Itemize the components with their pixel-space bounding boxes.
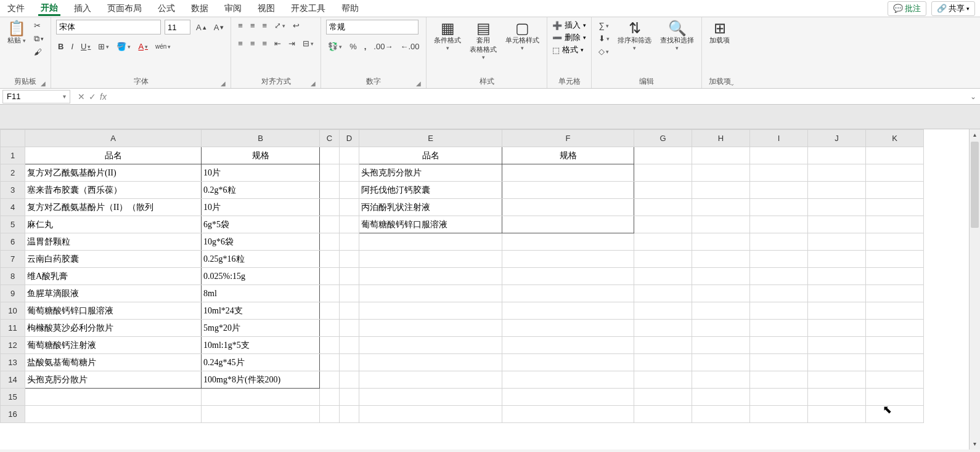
cell-I11[interactable]: [750, 320, 808, 337]
cell-J9[interactable]: [808, 285, 866, 302]
cell-I4[interactable]: [750, 199, 808, 216]
comma-style-button[interactable]: ,: [362, 41, 369, 52]
cell-F15[interactable]: [502, 389, 634, 406]
cell-A10[interactable]: 葡萄糖酸钙锌口服溶液: [25, 302, 202, 320]
cell-J3[interactable]: [808, 182, 866, 199]
cell-C13[interactable]: [320, 354, 340, 371]
bold-button[interactable]: B: [56, 41, 65, 52]
cell-F13[interactable]: [502, 354, 634, 371]
cell-F3[interactable]: [502, 182, 634, 199]
cell-J11[interactable]: [808, 320, 866, 337]
cell-K1[interactable]: [866, 147, 924, 164]
cell-I14[interactable]: [750, 371, 808, 389]
collapse-ribbon-button[interactable]: ⌄: [730, 80, 735, 87]
col-header-J[interactable]: J: [808, 130, 866, 147]
fill-button[interactable]: ⬇: [597, 33, 611, 44]
cell-G10[interactable]: [634, 302, 692, 320]
increase-indent-button[interactable]: ⇥: [287, 38, 297, 49]
row-header-5[interactable]: 5: [1, 216, 25, 233]
cell-H6[interactable]: [692, 233, 750, 251]
row-header-15[interactable]: 15: [1, 389, 25, 406]
cell-J5[interactable]: [808, 216, 866, 233]
cell-I5[interactable]: [750, 216, 808, 233]
scroll-up-button[interactable]: ▴: [970, 129, 980, 140]
accounting-format-button[interactable]: 💱: [326, 41, 344, 52]
cell-G9[interactable]: [634, 285, 692, 302]
cell-J14[interactable]: [808, 371, 866, 389]
cell-H16[interactable]: [692, 406, 750, 423]
merge-cells-button[interactable]: ⊟: [301, 38, 316, 49]
cell-K4[interactable]: [866, 199, 924, 216]
font-dialog-launcher[interactable]: ◢: [221, 80, 226, 87]
cell-E2[interactable]: 头孢克肟分散片: [359, 164, 502, 182]
cell-D13[interactable]: [340, 354, 359, 371]
cell-J8[interactable]: [808, 268, 866, 285]
cell-H15[interactable]: [692, 389, 750, 406]
cell-J6[interactable]: [808, 233, 866, 251]
cell-H2[interactable]: [692, 164, 750, 182]
cell-J2[interactable]: [808, 164, 866, 182]
cell-A14[interactable]: 头孢克肟分散片: [25, 371, 202, 389]
cell-G16[interactable]: [634, 406, 692, 423]
cell-K2[interactable]: [866, 164, 924, 182]
cancel-formula-button[interactable]: ✕: [78, 92, 85, 102]
cell-H13[interactable]: [692, 354, 750, 371]
cell-B12[interactable]: 10ml:1g*5支: [202, 337, 320, 354]
menu-data[interactable]: 数据: [189, 2, 211, 15]
cell-F12[interactable]: [502, 337, 634, 354]
cell-E9[interactable]: [359, 285, 502, 302]
cell-E8[interactable]: [359, 268, 502, 285]
cell-A6[interactable]: 温胃舒颗粒: [25, 233, 202, 251]
cell-B10[interactable]: 10ml*24支: [202, 302, 320, 320]
decrease-font-button[interactable]: A▾: [212, 22, 226, 33]
menu-insert[interactable]: 插入: [71, 2, 94, 15]
cell-G14[interactable]: [634, 371, 692, 389]
decrease-indent-button[interactable]: ⇤: [272, 38, 283, 49]
align-center-button[interactable]: ≡: [248, 38, 257, 49]
cut-button[interactable]: ✂: [32, 20, 46, 31]
row-header-4[interactable]: 4: [1, 199, 25, 216]
cell-E14[interactable]: [359, 371, 502, 389]
cell-H5[interactable]: [692, 216, 750, 233]
scroll-thumb[interactable]: [971, 142, 979, 228]
scroll-down-button[interactable]: ▾: [970, 438, 980, 450]
cell-C12[interactable]: [320, 337, 340, 354]
cell-J12[interactable]: [808, 337, 866, 354]
format-cells-button[interactable]: ⬚格式▾: [552, 44, 586, 55]
cell-K14[interactable]: [866, 371, 924, 389]
col-header-D[interactable]: D: [340, 130, 359, 147]
cell-B9[interactable]: 8ml: [202, 285, 320, 302]
col-header-E[interactable]: E: [359, 130, 502, 147]
cell-E4[interactable]: 丙泊酚乳状注射液: [359, 199, 502, 216]
col-header-G[interactable]: G: [634, 130, 692, 147]
menu-home[interactable]: 开始: [38, 1, 60, 16]
cell-A2[interactable]: 复方对乙酰氨基酚片(II): [25, 164, 202, 182]
row-header-7[interactable]: 7: [1, 251, 25, 268]
cell-D11[interactable]: [340, 320, 359, 337]
row-header-6[interactable]: 6: [1, 233, 25, 251]
cell-E15[interactable]: [359, 389, 502, 406]
cell-H4[interactable]: [692, 199, 750, 216]
cell-G5[interactable]: [634, 216, 692, 233]
formula-input[interactable]: [112, 90, 966, 103]
conditional-format-button[interactable]: ▦条件格式: [431, 20, 463, 52]
row-header-16[interactable]: 16: [1, 406, 25, 423]
cell-F5[interactable]: [502, 216, 634, 233]
cell-D16[interactable]: [340, 406, 359, 423]
cell-E12[interactable]: [359, 337, 502, 354]
cell-G3[interactable]: [634, 182, 692, 199]
menu-review[interactable]: 审阅: [222, 2, 244, 15]
cell-D9[interactable]: [340, 285, 359, 302]
cell-K3[interactable]: [866, 182, 924, 199]
cell-K5[interactable]: [866, 216, 924, 233]
cell-C14[interactable]: [320, 371, 340, 389]
cell-A13[interactable]: 盐酸氨基葡萄糖片: [25, 354, 202, 371]
cell-C11[interactable]: [320, 320, 340, 337]
cell-I9[interactable]: [750, 285, 808, 302]
cell-B14[interactable]: 100mg*8片(件装200): [202, 371, 320, 389]
cell-J13[interactable]: [808, 354, 866, 371]
find-select-button[interactable]: 🔍查找和选择: [658, 20, 696, 52]
increase-font-button[interactable]: A▴: [194, 22, 208, 33]
cell-F4[interactable]: [502, 199, 634, 216]
cell-E5[interactable]: 葡萄糖酸钙锌口服溶液: [359, 216, 502, 233]
